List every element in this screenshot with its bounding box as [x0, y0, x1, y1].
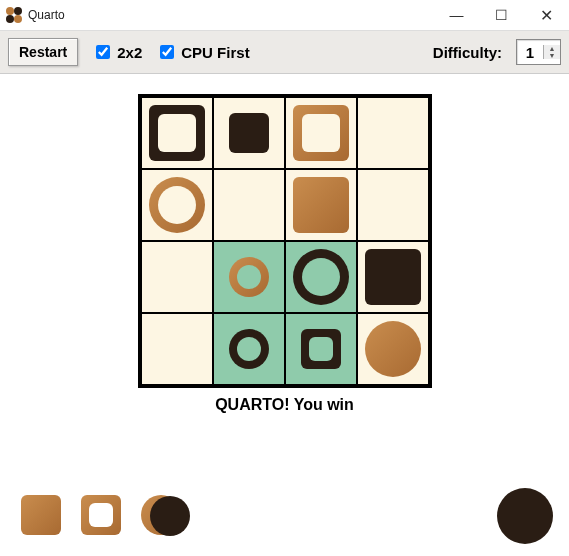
piece-light-tall-circle-hollow [149, 177, 205, 233]
board-cell[interactable] [142, 242, 212, 312]
option-2x2[interactable]: 2x2 [92, 42, 142, 62]
piece-light-short-square-hollow [81, 495, 121, 535]
content-area: QUARTO! You win [0, 74, 569, 556]
app-window: Quarto — ☐ ✕ Restart 2x2 CPU First Diffi… [0, 0, 569, 556]
board-cell[interactable] [214, 314, 284, 384]
difficulty-label: Difficulty: [433, 44, 502, 61]
board-cell[interactable] [214, 170, 284, 240]
option-2x2-label: 2x2 [117, 44, 142, 61]
board-cell[interactable] [358, 170, 428, 240]
board-cell[interactable] [358, 314, 428, 384]
tray-slot[interactable] [16, 490, 66, 540]
board-cell[interactable] [286, 242, 356, 312]
board-cell[interactable] [358, 98, 428, 168]
minimize-button[interactable]: — [434, 0, 479, 30]
board-cell[interactable] [142, 170, 212, 240]
piece-dark-tall-square-hollow [149, 105, 205, 161]
board-cell[interactable] [214, 242, 284, 312]
option-cpu-first[interactable]: CPU First [156, 42, 249, 62]
piece-dark-tall-circle-solid [497, 488, 553, 544]
piece-light-short-square-solid [21, 495, 61, 535]
board-cell[interactable] [286, 314, 356, 384]
difficulty-value: 1 [517, 44, 543, 61]
piece-light-tall-square-hollow [293, 105, 349, 161]
board-cell[interactable] [286, 98, 356, 168]
piece-dark-short-circle-hollow [229, 329, 269, 369]
option-2x2-checkbox[interactable] [96, 45, 110, 59]
piece-dark-tall-square-solid [365, 249, 421, 305]
board-wrap: QUARTO! You win [138, 94, 432, 414]
board-cell[interactable] [358, 242, 428, 312]
option-cpu-first-label: CPU First [181, 44, 249, 61]
piece-dark-short-square-solid [229, 113, 269, 153]
spinner-arrows[interactable]: ▲▼ [543, 45, 560, 59]
close-button[interactable]: ✕ [524, 0, 569, 30]
restart-button[interactable]: Restart [8, 38, 78, 66]
difficulty-spinner[interactable]: 1 ▲▼ [516, 39, 561, 65]
board-cell[interactable] [214, 98, 284, 168]
maximize-button[interactable]: ☐ [479, 0, 524, 30]
tray-slot[interactable] [76, 490, 126, 540]
board-cell[interactable] [286, 170, 356, 240]
board-cell[interactable] [142, 98, 212, 168]
toolbar: Restart 2x2 CPU First Difficulty: 1 ▲▼ [0, 31, 569, 74]
piece-dark-short-circle-solid [150, 496, 190, 536]
window-title: Quarto [28, 8, 434, 22]
titlebar: Quarto — ☐ ✕ [0, 0, 569, 31]
app-icon [6, 7, 22, 23]
window-controls: — ☐ ✕ [434, 0, 569, 30]
option-cpu-first-checkbox[interactable] [160, 45, 174, 59]
board-cell[interactable] [142, 314, 212, 384]
tray-slot[interactable] [150, 496, 190, 536]
tray-slot[interactable] [497, 488, 553, 544]
piece-light-short-circle-hollow [229, 257, 269, 297]
piece-light-tall-circle-solid [365, 321, 421, 377]
piece-dark-tall-circle-hollow [293, 249, 349, 305]
piece-tray-row2 [150, 488, 553, 544]
piece-dark-short-square-hollow [301, 329, 341, 369]
game-board [138, 94, 432, 388]
status-text: QUARTO! You win [138, 396, 432, 414]
piece-light-tall-square-solid [293, 177, 349, 233]
